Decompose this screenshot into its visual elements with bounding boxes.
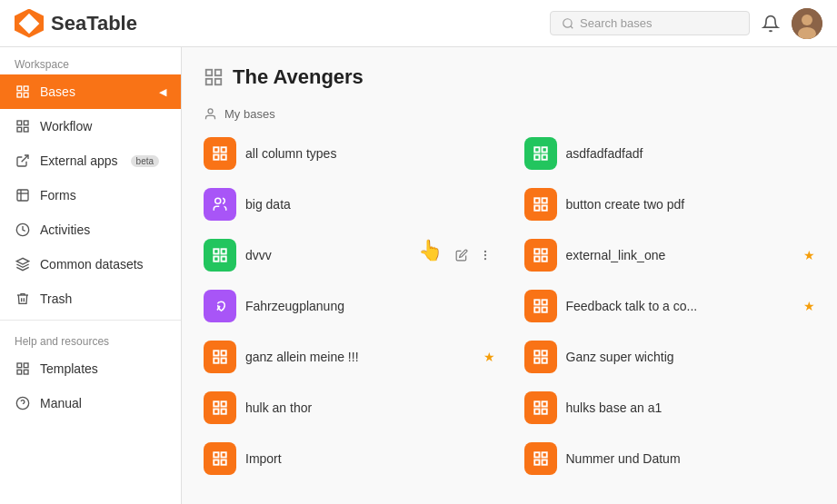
group-icon (204, 67, 224, 87)
svg-rect-72 (542, 351, 546, 355)
base-item-ganz-super[interactable]: Ganz super wichtig (510, 331, 831, 382)
svg-rect-36 (222, 249, 226, 253)
svg-rect-25 (206, 70, 212, 75)
svg-rect-10 (24, 121, 28, 125)
search-input[interactable] (580, 16, 725, 30)
avatar[interactable] (792, 8, 822, 39)
layout: Workspace Bases ◀ Workflow External apps… (0, 47, 837, 504)
svg-rect-32 (214, 155, 218, 160)
base-name-dvvv: dvvv (245, 248, 443, 262)
dvvv-more-btn[interactable] (475, 247, 495, 263)
svg-rect-46 (222, 359, 226, 363)
base-icon-button-create-two (524, 188, 557, 221)
ganz-allein-star[interactable]: ★ (483, 350, 495, 364)
svg-rect-54 (222, 460, 226, 465)
svg-rect-57 (534, 155, 539, 160)
svg-rect-82 (542, 460, 546, 465)
beta-badge: beta (131, 155, 159, 167)
my-bases-label: My bases (224, 107, 275, 121)
base-name-ganz-super: Ganz super wichtig (566, 350, 816, 364)
svg-rect-56 (542, 147, 546, 152)
base-name-big-data: big data (245, 197, 495, 212)
section-header: My bases (182, 100, 837, 128)
sidebar-item-external-apps[interactable]: External apps beta (0, 143, 181, 178)
svg-rect-35 (214, 249, 218, 253)
base-name-button-create-two: button create two pdf (566, 197, 816, 212)
base-icon-dvvv (204, 239, 236, 272)
svg-rect-55 (534, 147, 539, 152)
bases-grid: all column types big data dvvv (182, 128, 837, 484)
svg-rect-68 (542, 300, 546, 304)
svg-rect-81 (534, 460, 539, 465)
sidebar-item-workflow[interactable]: Workflow (0, 109, 181, 143)
svg-point-39 (484, 251, 485, 252)
sidebar-item-bases-label: Bases (40, 84, 75, 99)
base-item-hulks-base[interactable]: hulks base an a1 (510, 382, 831, 433)
bases-column-left: all column types big data dvvv (189, 128, 510, 484)
sidebar-item-forms[interactable]: Forms (0, 178, 181, 212)
svg-rect-51 (214, 452, 218, 457)
svg-rect-27 (206, 79, 212, 84)
logo-text: SeaTable (51, 12, 137, 35)
svg-rect-44 (222, 351, 226, 355)
base-name-external-link-one: external_link_one (566, 248, 795, 262)
svg-line-13 (22, 155, 28, 162)
svg-rect-79 (534, 452, 539, 457)
main-content: The Avengers My bases all column types (182, 47, 837, 504)
base-item-dvvv[interactable]: dvvv (189, 230, 510, 281)
base-name-feedback-talk: Feedback talk to a co... (566, 299, 795, 313)
svg-point-3 (802, 15, 812, 25)
base-icon-asdfadfadfadf (524, 137, 557, 170)
feedback-star[interactable]: ★ (803, 299, 815, 313)
svg-rect-8 (24, 93, 28, 97)
base-item-external-link-one[interactable]: external_link_one ★ (510, 230, 831, 281)
svg-rect-6 (24, 86, 28, 91)
common-datasets-icon (15, 256, 31, 272)
svg-rect-53 (214, 460, 218, 465)
sidebar-item-activities-label: Activities (40, 222, 90, 237)
sidebar-item-common-datasets[interactable]: Common datasets (0, 247, 181, 282)
sidebar-item-trash[interactable]: Trash (0, 282, 181, 316)
svg-rect-80 (542, 452, 546, 457)
svg-rect-60 (542, 198, 546, 203)
svg-rect-38 (222, 257, 226, 262)
bases-icon (15, 84, 31, 100)
person-icon (204, 107, 217, 121)
svg-rect-52 (222, 452, 226, 457)
base-item-import[interactable]: Import (189, 433, 510, 484)
base-item-ganz-allein[interactable]: ganz allein meine !!! ★ (189, 331, 510, 382)
base-item-nummer-datum[interactable]: Nummer und Datum (510, 433, 831, 484)
svg-point-34 (215, 198, 221, 203)
svg-rect-73 (534, 359, 539, 363)
logo-icon (15, 9, 44, 38)
base-item-fahrzeugplanung[interactable]: Fahrzeugplanung (189, 281, 510, 331)
base-item-hulk-an-thor[interactable]: hulk an thor (189, 382, 510, 433)
svg-rect-20 (24, 363, 28, 368)
external-link-star[interactable]: ★ (803, 248, 815, 262)
activities-icon (15, 222, 31, 238)
base-icon-fahrzeugplanung (204, 290, 236, 322)
base-item-asdfadfadfadf[interactable]: asdfadfadfadf (510, 128, 831, 179)
svg-rect-43 (214, 351, 218, 355)
svg-rect-30 (214, 147, 218, 152)
base-item-big-data[interactable]: big data (189, 179, 510, 230)
topbar: SeaTable (0, 0, 837, 47)
sidebar-item-forms-label: Forms (40, 188, 76, 203)
sidebar-item-manual[interactable]: Manual (0, 386, 181, 420)
base-item-feedback-talk[interactable]: Feedback talk to a co... ★ (510, 281, 831, 331)
sidebar-item-templates[interactable]: Templates (0, 351, 181, 386)
svg-rect-75 (534, 401, 539, 406)
search-bar[interactable] (550, 11, 750, 35)
svg-rect-49 (214, 410, 218, 414)
base-name-hulks-base: hulks base an a1 (566, 400, 816, 415)
svg-rect-11 (17, 127, 22, 132)
svg-rect-62 (542, 206, 546, 211)
svg-line-1 (571, 25, 573, 28)
base-item-button-create-two[interactable]: button create two pdf (510, 179, 831, 230)
sidebar-item-activities[interactable]: Activities (0, 212, 181, 247)
svg-rect-58 (542, 155, 546, 160)
bell-icon[interactable] (761, 14, 781, 34)
base-item-all-column-types[interactable]: all column types (189, 128, 510, 179)
sidebar-item-bases[interactable]: Bases ◀ (0, 74, 181, 109)
dvvv-edit-btn[interactable] (452, 247, 472, 263)
